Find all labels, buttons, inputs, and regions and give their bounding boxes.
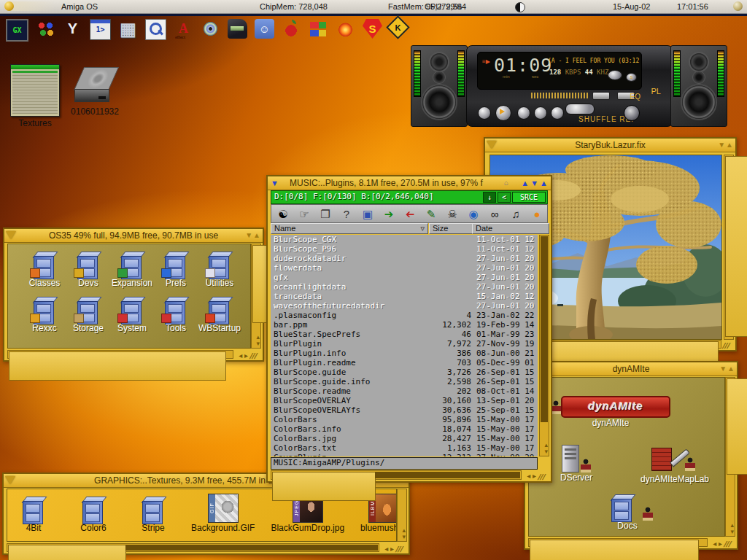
play-sound-icon[interactable]: ♫ (508, 207, 524, 221)
windows-icon[interactable] (309, 19, 328, 39)
delete-skull-icon[interactable]: ☠ (444, 207, 460, 221)
resize-grip[interactable]: /// (395, 545, 409, 553)
filemanager-titlebar[interactable]: ▼ MUSIC:..Plugins, 8.1M free, 270.5M in … (268, 176, 551, 190)
drawer-icon-wbstartup[interactable]: WBStartup (196, 295, 243, 333)
calculator-icon[interactable]: ▦ (118, 19, 138, 39)
sunglasses-icon[interactable]: ∞ (487, 207, 503, 221)
image-file-icon[interactable]: GIFBackground.GIF (191, 494, 255, 533)
volume-knob[interactable] (624, 105, 640, 121)
file-row[interactable]: BlurPlugin.info38608-Jun-00 21 (271, 349, 538, 358)
drawer-icon-color6[interactable]: Color6 (71, 495, 115, 533)
column-header-name[interactable]: Name ▿ (271, 223, 428, 234)
horizontal-scrollbar[interactable] (528, 538, 708, 547)
file-row[interactable]: BlurScope_P9611-Oct-01 12 (271, 244, 538, 254)
resize-grip[interactable]: /// (721, 341, 736, 350)
horizontal-scrollbar[interactable] (7, 543, 379, 552)
edit-pen-icon[interactable]: ✎ (423, 207, 439, 221)
horizontal-scrollbar[interactable] (7, 350, 233, 359)
close-gadget-icon[interactable] (487, 141, 497, 149)
file-row[interactable]: BlurScope.guide.info2,59826-Sep-01 15 (271, 377, 538, 386)
vertical-scrollbar[interactable]: ▴▾ (397, 489, 407, 542)
icon-docs[interactable]: Docs (602, 493, 653, 531)
file-row[interactable]: flowerdata27-Jun-01 20 (271, 263, 538, 273)
file-row[interactable]: ColorBars.info18,07415-May-00 17 (271, 424, 538, 434)
depth-gadgets-icon[interactable]: ▲▼▲ (521, 176, 549, 190)
shell-icon[interactable]: 1> (90, 19, 111, 40)
drawer-icon-stripe[interactable]: Stripe (131, 495, 175, 533)
drawer-icon-classes[interactable]: Classes (21, 250, 68, 288)
move-right-icon[interactable]: ➔ (381, 207, 397, 221)
dynamite-titlebar[interactable]: dynAMIte ▼▲ (525, 362, 737, 376)
source-button[interactable]: SRCE (512, 192, 546, 203)
column-header-date[interactable]: Date (472, 223, 549, 234)
lock-icon[interactable]: ⌂ (504, 176, 508, 190)
glass-icon[interactable]: Y (63, 19, 82, 39)
file-row[interactable]: trancedata15-Jan-02 12 (271, 292, 538, 301)
font-effect-icon[interactable]: A (174, 19, 193, 39)
eject-button[interactable] (565, 104, 595, 114)
drawer-icon-devs[interactable]: Devs (65, 250, 112, 288)
resize-grip[interactable]: /// (723, 540, 738, 548)
prev-button[interactable] (478, 106, 491, 120)
fruit-icon[interactable]: ● (529, 207, 545, 221)
file-row[interactable]: BlurPlugin.readme70305-Dec-99 01 (271, 358, 538, 368)
copy-icon[interactable]: ❐ (317, 207, 333, 221)
close-gadget-icon[interactable] (5, 476, 15, 484)
file-row[interactable]: gfx27-Jun-01 20 (271, 273, 538, 282)
depth-gadgets-icon[interactable]: ▼▲ (245, 229, 261, 242)
file-row[interactable]: ColorBars95,89615-May-00 17 (271, 415, 538, 424)
play-button[interactable] (495, 105, 511, 121)
scroll-arrows-icon[interactable]: ◂ ▸ (384, 545, 394, 552)
starybuk-titlebar[interactable]: StaryBuk.Lazur.fix ▼▲ (485, 139, 735, 152)
seek-bar[interactable] (531, 93, 588, 98)
os35-titlebar[interactable]: OS35 49% full, 94.9MB free, 90.7MB in us… (4, 229, 263, 243)
file-row[interactable]: duderockdatadir27-Jun-01 20 (271, 254, 538, 263)
column-header-size[interactable]: Size (429, 223, 474, 234)
scanner-icon[interactable] (228, 19, 247, 39)
file-list[interactable]: BlurScope_CGX11-Oct-01 12BlurScope_P9611… (271, 235, 538, 456)
copy-query-icon[interactable]: ? (338, 207, 355, 221)
seg-button[interactable] (592, 92, 610, 100)
close-gadget-icon[interactable] (6, 231, 16, 239)
resize-grip[interactable]: /// (249, 351, 263, 360)
drawer-icon-utilities[interactable]: Utilities (196, 250, 243, 288)
desktop-icon-textures[interactable]: Textures (7, 64, 63, 128)
boing-balls-icon[interactable] (36, 19, 55, 39)
screen-depth-orb-icon[interactable] (733, 1, 743, 11)
icon-dserver[interactable]: DServer (551, 445, 602, 483)
depth-gadgets-icon[interactable]: ▼▲ (719, 362, 735, 376)
file-row[interactable]: bar.ppm12,30219-Feb-99 14 (271, 320, 538, 330)
fireball-icon[interactable] (336, 19, 355, 39)
depth-gadgets-icon[interactable]: ▼▲ (718, 139, 734, 152)
file-row[interactable]: ColorBars.jpg28,42715-May-00 17 (271, 434, 538, 443)
button-s[interactable]: s (626, 73, 637, 82)
file-row[interactable]: wavesofthefuturedatadir27-Jun-01 20 (271, 301, 538, 311)
macos-icon[interactable]: ☺ (255, 19, 274, 39)
file-row[interactable]: ColorBars.txt1,16315-May-00 17 (271, 443, 538, 453)
next-button[interactable] (551, 106, 564, 120)
drawer-icon-4bit[interactable]: 4Bit (12, 495, 55, 533)
get-sizes-button[interactable]: ↓ (483, 192, 496, 203)
file-row[interactable]: BlurPlugin7,97227-Nov-99 19 (271, 339, 538, 349)
desktop-icon-disk[interactable]: 0106011932 (67, 67, 123, 117)
file-row[interactable]: oceanflightdata27-Jun-01 20 (271, 282, 538, 292)
file-row[interactable]: BlurScopeOVERLAY30,16013-Sep-01 20 (271, 396, 538, 405)
scroll-arrows-icon[interactable]: ◂ ▸ (713, 540, 722, 547)
pl-button[interactable]: PL (651, 87, 661, 96)
scroll-arrows-icon[interactable]: ◂ ▸ (527, 472, 536, 479)
file-row[interactable]: .plasmaconfig423-Jan-02 22 (271, 311, 538, 320)
icon-maplab[interactable]: dynAMIteMapLab (631, 445, 719, 484)
hero-shield-icon[interactable]: S (363, 19, 382, 39)
scroll-arrows-icon[interactable]: ◂ ▸ (239, 352, 248, 359)
drawer-icon-tools[interactable]: Tools (152, 295, 199, 333)
cgx-screen-icon[interactable]: GX (6, 19, 28, 42)
file-row[interactable]: BlurScopeOVERLAYfs30,63625-Sep-01 15 (271, 405, 538, 415)
path-field[interactable]: MUSIC:AmigaAMP/Plugins/ (271, 457, 538, 470)
icon-dynamite[interactable]: dynAMIte dynAMIte (551, 396, 670, 428)
close-gadget-icon[interactable]: ▼ (271, 176, 279, 190)
menubar[interactable]: Amiga OS ChipMem: 728,048 FastMem: 95,27… (0, 0, 747, 14)
search-icon[interactable] (145, 19, 166, 40)
file-row[interactable]: BlurScope.guide3,72626-Sep-01 15 (271, 368, 538, 377)
file-row[interactable]: BlurScope.readme20208-Oct-01 14 (271, 386, 538, 396)
drawer-icon-prefs[interactable]: Prefs (152, 250, 199, 288)
